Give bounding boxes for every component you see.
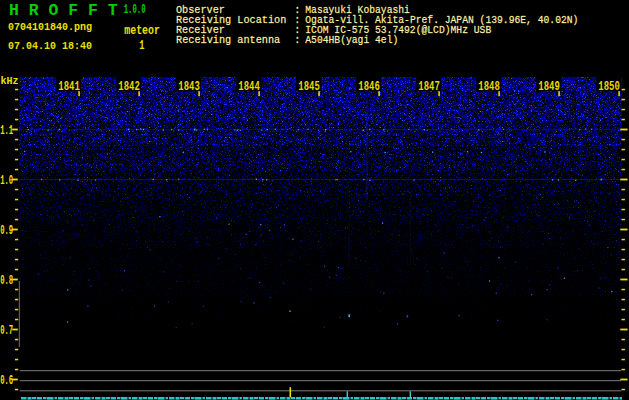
svg-text:0.7: 0.7 <box>0 324 13 338</box>
svg-text::: : <box>294 35 300 46</box>
svg-text:1842: 1842 <box>118 79 140 94</box>
svg-text:0704101840.png: 0704101840.png <box>8 20 92 33</box>
svg-text:1850: 1850 <box>598 79 620 94</box>
svg-text:1847: 1847 <box>418 79 440 94</box>
svg-text:1848: 1848 <box>478 79 500 94</box>
svg-text:1849: 1849 <box>538 79 560 94</box>
svg-text:1844: 1844 <box>238 79 260 94</box>
svg-text:1.0: 1.0 <box>0 174 13 188</box>
svg-text:0.9: 0.9 <box>0 224 13 238</box>
svg-text:kHz: kHz <box>1 75 19 87</box>
svg-text:1841: 1841 <box>58 79 80 94</box>
svg-text:1.0.0: 1.0.0 <box>124 3 146 17</box>
svg-text:A504HB(yagi 4el): A504HB(yagi 4el) <box>305 35 398 46</box>
svg-text:1846: 1846 <box>358 79 380 94</box>
svg-text:1845: 1845 <box>298 79 320 94</box>
svg-text:07.04.10 18:40: 07.04.10 18:40 <box>8 39 92 52</box>
svg-text:H R O F F T: H R O F F T <box>9 1 118 20</box>
svg-text:1843: 1843 <box>178 79 200 94</box>
svg-text:0.6: 0.6 <box>0 374 13 388</box>
svg-text:meteor: meteor <box>124 24 160 38</box>
svg-text:Receiving antenna: Receiving antenna <box>176 35 280 46</box>
svg-text:0.8: 0.8 <box>0 274 13 288</box>
svg-text:1.1: 1.1 <box>0 124 13 138</box>
svg-text:1: 1 <box>139 39 144 53</box>
